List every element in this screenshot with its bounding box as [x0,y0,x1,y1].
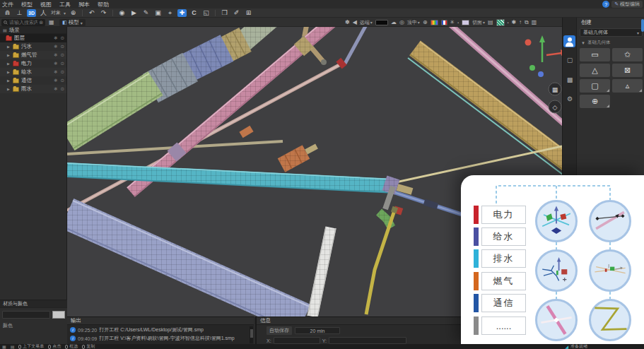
wrench-icon[interactable]: ⚙ [563,95,577,102]
caret-icon[interactable]: ▶ [7,45,11,49]
tree-item-gas-pipe[interactable]: ▶ 燃气管 ❄⊙ [0,51,66,59]
view-3d-icon[interactable]: 3D [27,9,36,17]
layers-icon[interactable]: ▤ [488,19,493,25]
output-scrollbar[interactable] [250,326,253,343]
edit-tool-icon[interactable]: ✎ [141,9,151,17]
menu-file[interactable]: 文件 [2,1,13,8]
model-dropdown[interactable]: ◧ 模型 ▾ [59,19,86,26]
menu-model[interactable]: 模型 [21,1,33,8]
box-tool-icon[interactable]: ❒ [220,9,229,17]
autosave-value-field[interactable]: 20 min [295,327,340,334]
caret-icon[interactable]: ▶ [7,53,11,57]
panel-icon[interactable]: ▥ [532,19,537,25]
redo-icon[interactable]: ↷ [99,9,108,17]
eye-icon[interactable]: ⊙ [61,61,64,66]
freeze-icon[interactable]: ❄ [54,78,57,83]
background-color-swatch[interactable] [375,20,388,25]
caret-icon[interactable]: ▶ [7,78,11,83]
create-cone-button[interactable]: △ [580,64,610,77]
grid-status-icon[interactable]: ▦ [2,344,6,349]
grid-tool-icon[interactable]: ⊞ [244,9,253,17]
undo-icon[interactable]: ↶ [87,9,96,17]
caret-icon[interactable]: ▶ [7,61,11,66]
select-tool-icon[interactable]: ▶ [129,9,139,17]
search-input[interactable]: 请输入搜索内容 ⊗ [1,19,45,26]
object-mode-icon[interactable]: 人 [39,9,48,17]
history-icon[interactable]: ◉ [117,9,127,17]
back-face-icon[interactable]: ◀ [353,19,357,25]
focus-tool-icon[interactable]: ⌖ [165,9,175,17]
y-field[interactable] [329,337,406,344]
material-field[interactable] [2,311,50,319]
rainbow-swatch[interactable] [431,20,438,25]
magnet-snap-icon[interactable]: ⋒ [3,9,12,17]
create-cylinder-button[interactable]: ▢ [580,79,610,93]
lock-tool-icon[interactable]: ▣ [153,9,163,17]
mode-chip[interactable]: ✎ 模型编辑 [611,1,643,8]
tree-item-water-supply[interactable]: ▶ 给水 ❄⊙ [0,68,66,76]
freeze-icon[interactable]: ❄ [54,44,57,49]
target-icon[interactable]: ◎ [399,19,404,25]
filter-icon[interactable]: ▦ [49,19,54,25]
x-field[interactable] [274,337,320,344]
material-swatch[interactable] [462,20,469,25]
sun-icon[interactable]: ✱ [511,19,516,25]
avatar[interactable] [563,35,575,47]
tree-item-telecom[interactable]: ▶ 通信 ❄⊙ [0,76,66,85]
cloud-icon[interactable]: ☁ [391,19,397,25]
freeze-icon[interactable]: ❄ [54,61,57,66]
texture-tile-swatch[interactable] [496,19,505,26]
up-arrow-icon[interactable]: ↑ [519,19,522,25]
scrollbar-thumb[interactable] [641,19,644,32]
freeze-icon[interactable]: ❄ [54,35,57,41]
camera-dropdown[interactable]: 顶中 ▾ [407,19,420,26]
eye-icon[interactable]: ⊙ [61,52,64,58]
menu-script[interactable]: 脚本 [78,1,90,8]
create-pyramid-button[interactable]: ▵ [612,79,643,93]
menu-view[interactable]: 视图 [40,1,52,8]
axis-snap-icon[interactable]: ⊥ [15,9,24,17]
freeze-icon[interactable]: ❄ [54,86,57,92]
section-dropdown[interactable]: 切面 ▾ [472,19,485,26]
rotate-tool-icon[interactable]: C [189,9,199,17]
create-plane-button[interactable]: ▭ [580,48,610,61]
freeze-icon[interactable]: ❄ [54,52,57,58]
move-tool-icon[interactable]: ✚ [177,9,187,17]
geometry-section-header[interactable]: ▼ 基础几何体 [578,37,644,48]
create-sphere-button[interactable]: ⊕ [580,95,610,108]
object-mode-label[interactable]: 对象 [51,9,61,16]
view-mode-dropdown[interactable]: 远端 ▾ [360,19,373,26]
flag-swatch[interactable] [441,20,447,25]
measure-tool-icon[interactable]: ✐ [232,9,241,17]
asterisk-icon[interactable]: ✳ [450,19,455,25]
freeze-icon[interactable]: ❄ [54,69,57,75]
tree-item-rainwater[interactable]: ▶ 雨水 ❄⊙ [0,85,66,93]
clear-search-icon[interactable]: ⊗ [39,20,43,25]
color-swatch[interactable] [52,311,65,319]
tree-item-sewage[interactable]: ▶ 污水 ❄⊙ [0,42,66,51]
layers-status-icon[interactable]: ▤ [11,344,15,349]
scale-tool-icon[interactable]: ◱ [201,9,211,17]
create-box-button[interactable]: ⊠ [612,64,643,77]
eye-icon[interactable]: ⊙ [61,69,64,75]
globe-icon[interactable]: ⊕ [423,19,428,25]
create-star-button[interactable]: ✩ [612,48,643,61]
frame-icon[interactable]: ▢ [563,57,577,64]
pivot-icon[interactable]: ⊕ [69,9,78,17]
caret-icon[interactable]: ▶ [7,87,11,91]
grid-view-button[interactable]: ▦ [549,83,561,95]
menu-help[interactable]: 帮助 [98,1,109,8]
overlap-icon[interactable]: ⧉ [525,19,529,26]
eye-icon[interactable]: ⊙ [61,44,64,49]
eye-icon[interactable]: ⊙ [61,86,64,92]
eye-icon[interactable]: ⊙ [61,78,64,83]
log-row[interactable]: i 09:25:20 打开工程 C:/Users/LWL/Desktop/测试/… [67,325,254,333]
help-icon[interactable]: ? [602,1,609,8]
cube-view-button[interactable]: ◇ [549,100,561,113]
tree-item-power[interactable]: ▶ 电力 ❄⊙ [0,59,66,68]
eye-icon[interactable]: ⊙ [61,35,64,41]
pattern-icon[interactable]: ▩ [563,76,577,83]
log-row[interactable]: i 09:40:09 打开工程 V:\客户资料\易软\管网-宁波环智信息科技\管… [67,333,254,342]
caret-icon[interactable]: ▶ [7,70,11,74]
menu-tools[interactable]: 工具 [59,1,71,8]
